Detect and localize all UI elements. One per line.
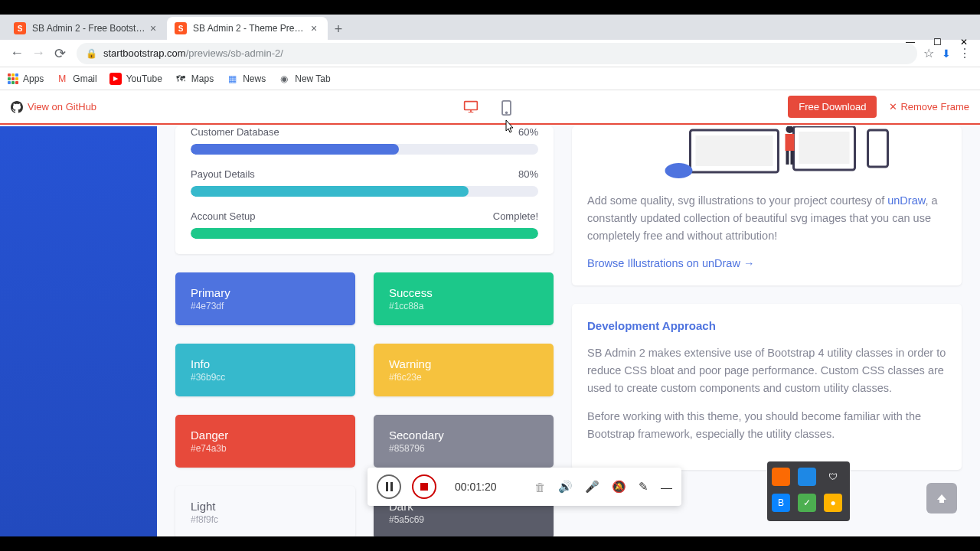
new-tab-button[interactable]: + — [328, 18, 349, 40]
color-card-danger: Danger#e74a3b — [175, 415, 355, 468]
admin-sidebar[interactable] — [0, 126, 157, 536]
preview-toolbar: View on GitHub Free Download ✕Remove Fra… — [0, 90, 980, 125]
color-card-secondary: Secondary#858796 — [374, 415, 554, 468]
color-hex: #1cc88a — [389, 301, 538, 311]
approach-paragraph: SB Admin 2 makes extensive use of Bootst… — [587, 344, 946, 398]
free-download-button[interactable]: Free Download — [788, 96, 877, 118]
svg-rect-13 — [786, 151, 789, 165]
close-icon[interactable]: × — [308, 22, 320, 34]
minimize-recorder-icon[interactable]: — — [661, 481, 672, 494]
address-bar[interactable]: 🔒 startbootstrap.com/previews/sb-admin-2… — [77, 43, 917, 64]
bookmark-label: Gmail — [73, 73, 96, 84]
mic-muted-icon[interactable]: 🎤 — [585, 480, 599, 494]
webcam-disabled-icon[interactable]: 🔕 — [612, 480, 626, 494]
favicon-icon: S — [175, 22, 187, 34]
browse-undraw-link[interactable]: Browse Illustrations on unDraw → — [587, 257, 754, 269]
illustrations-card: Add some quality, svg illustrations to y… — [572, 126, 962, 285]
approach-paragraph: Before working with this theme, you shou… — [587, 408, 946, 443]
svg-rect-9 — [799, 132, 850, 164]
svg-point-7 — [665, 163, 693, 178]
news-icon: ▦ — [226, 73, 238, 85]
desktop-view-button[interactable] — [463, 100, 479, 114]
tray-xampp-icon[interactable] — [772, 468, 790, 486]
approach-card: Development Approach SB Admin 2 makes ex… — [572, 304, 962, 470]
github-link[interactable]: View on GitHub — [11, 101, 96, 113]
tab-strip: S SB Admin 2 - Free Bootstrap Ad × S SB … — [0, 15, 980, 40]
progress-item: Customer Database60% — [191, 126, 538, 155]
svg-point-4 — [506, 112, 508, 113]
bookmark-label: News — [243, 73, 266, 84]
close-window-icon[interactable]: ✕ — [960, 37, 968, 47]
undraw-link[interactable]: unDraw — [887, 194, 925, 207]
tab-title: SB Admin 2 - Theme Preview - S — [193, 23, 308, 34]
svg-rect-14 — [791, 151, 794, 165]
progress-label: Customer Database — [191, 126, 279, 138]
color-hex: #36b9cc — [191, 372, 340, 383]
remove-frame-button[interactable]: ✕Remove Frame — [889, 101, 969, 112]
undraw-illustration — [587, 126, 946, 180]
tray-bluetooth-icon[interactable]: B — [772, 494, 790, 512]
progress-bar — [191, 186, 538, 197]
color-card-light: Light#f8f9fc — [175, 486, 355, 536]
pause-icon — [386, 482, 393, 491]
browser-tab-active[interactable]: S SB Admin 2 - Theme Preview - S × — [167, 17, 328, 40]
color-hex: #e74a3b — [191, 443, 340, 454]
color-card-warning: Warning#f6c23e — [374, 344, 554, 396]
tray-app-icon[interactable] — [798, 468, 816, 486]
reload-button[interactable]: ⟳ — [49, 43, 70, 64]
bookmark-apps[interactable]: Apps — [8, 73, 44, 84]
tab-title: SB Admin 2 - Free Bootstrap Ad — [32, 23, 147, 34]
bookmark-label: Apps — [23, 73, 44, 84]
maximize-icon[interactable]: ☐ — [933, 37, 942, 47]
svg-rect-0 — [465, 101, 478, 109]
youtube-icon: ▶ — [109, 73, 122, 85]
mobile-view-button[interactable] — [501, 100, 517, 114]
delete-icon[interactable]: 🗑 — [534, 481, 546, 494]
url-domain: startbootstrap.com — [103, 47, 186, 59]
color-name: Success — [389, 286, 538, 299]
bookmark-label: Maps — [191, 73, 214, 84]
progress-label: Account Setup — [191, 210, 256, 222]
url-bar: ← → ⟳ 🔒 startbootstrap.com/previews/sb-a… — [0, 40, 980, 67]
bookmark-newtab[interactable]: ◉New Tab — [278, 73, 330, 85]
stop-recording-button[interactable] — [412, 474, 436, 499]
illustrations-text: Add some quality, svg illustrations to y… — [587, 192, 946, 246]
color-hex: #f8f9fc — [191, 514, 340, 525]
volume-icon[interactable]: 🔊 — [558, 480, 573, 494]
progress-card: Customer Database60% Payout Details80% A… — [175, 126, 554, 254]
back-button[interactable]: ← — [6, 43, 28, 64]
color-name: Danger — [191, 429, 340, 442]
svg-rect-11 — [786, 134, 795, 151]
bookmark-gmail[interactable]: MGmail — [56, 73, 96, 85]
tray-recorder-icon[interactable]: ● — [824, 494, 842, 512]
bookmarks-bar: Apps MGmail ▶YouTube 🗺Maps ▦News ◉New Ta… — [0, 67, 980, 90]
color-card-success: Success#1cc88a — [374, 272, 554, 325]
globe-icon: ◉ — [278, 73, 290, 85]
draw-icon[interactable]: ✎ — [639, 480, 648, 494]
svg-rect-10 — [868, 130, 888, 167]
bookmark-news[interactable]: ▦News — [226, 73, 266, 85]
minimize-icon[interactable]: — — [906, 37, 915, 47]
remove-frame-text: Remove Frame — [900, 101, 969, 112]
browser-tab[interactable]: S SB Admin 2 - Free Bootstrap Ad × — [6, 17, 167, 40]
forward-button[interactable]: → — [28, 43, 49, 64]
pause-recording-button[interactable] — [377, 474, 401, 499]
progress-item: Account SetupComplete! — [191, 210, 538, 239]
color-name: Light — [191, 500, 340, 513]
progress-value: Complete! — [493, 210, 538, 222]
bookmark-youtube[interactable]: ▶YouTube — [109, 73, 162, 85]
close-icon[interactable]: × — [147, 22, 159, 34]
github-icon — [11, 101, 23, 113]
recording-time: 00:01:20 — [455, 481, 524, 493]
progress-bar — [191, 228, 538, 239]
apps-icon — [8, 73, 18, 84]
gmail-icon: M — [56, 73, 68, 85]
bookmark-maps[interactable]: 🗺Maps — [175, 73, 214, 85]
url-path: /previews/sb-admin-2/ — [186, 47, 283, 59]
system-tray-popup: 🛡 B ✓ ● — [767, 461, 850, 521]
tray-check-icon[interactable]: ✓ — [798, 494, 816, 512]
color-hex: #858796 — [389, 443, 538, 454]
progress-item: Payout Details80% — [191, 168, 538, 197]
tray-security-icon[interactable]: 🛡 — [824, 468, 842, 486]
scroll-to-top-button[interactable] — [926, 483, 957, 514]
